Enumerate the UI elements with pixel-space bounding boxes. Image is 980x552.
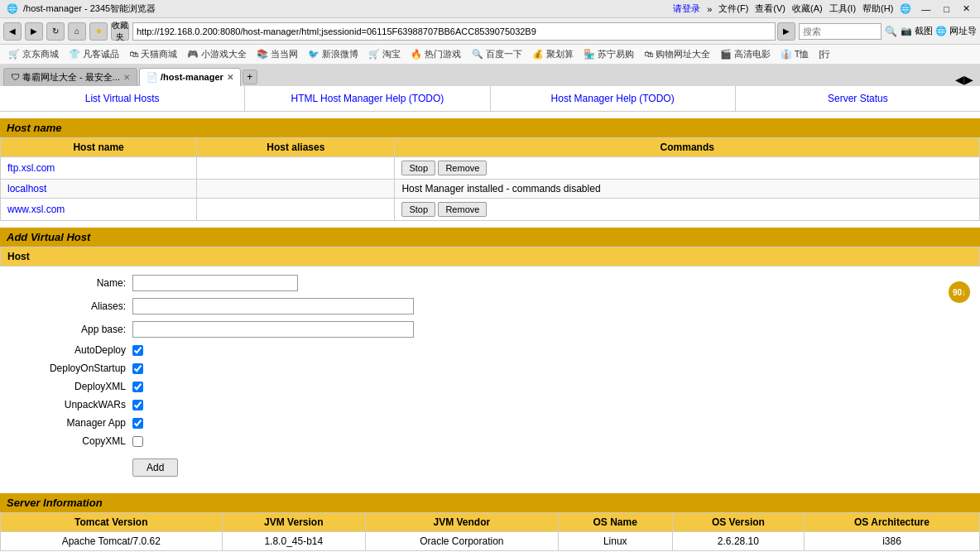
address-bar[interactable]: [132, 22, 776, 41]
titlebar-left: 🌐 /host-manager - 2345智能浏览器: [7, 2, 156, 15]
home-button[interactable]: ⌂: [68, 22, 86, 41]
tabs-bar: 🛡 毒霸网址大全 - 最安全... ✕ 📄 /host-manager ✕ + …: [0, 65, 980, 86]
deployxml-checkbox[interactable]: [132, 382, 143, 392]
os-name-cell: Linux: [558, 532, 672, 551]
list-virtual-hosts-link[interactable]: List Virtual Hosts: [0, 86, 245, 111]
forward-button[interactable]: ▶: [25, 22, 43, 41]
bookmark-jd[interactable]: 🛒 京东商城: [5, 46, 62, 62]
managerapp-checkbox[interactable]: [132, 418, 143, 429]
appbase-label: App base:: [0, 324, 132, 335]
host-manager-help-link[interactable]: Host Manager Help (TODO): [491, 86, 736, 111]
window-title: /host-manager - 2345智能浏览器: [23, 2, 156, 15]
form-row-copyxml: CopyXML: [0, 432, 980, 450]
www-stop-button[interactable]: Stop: [401, 202, 435, 217]
html-host-manager-help-link[interactable]: HTML Host Manager Help (TODO): [245, 86, 490, 111]
refresh-button[interactable]: ↻: [46, 22, 65, 41]
bookmark-tmall[interactable]: 🛍 天猫商城: [126, 46, 180, 62]
add-button-row: Add: [0, 450, 980, 482]
bookmark-jd-t[interactable]: 👔 T恤: [777, 46, 813, 62]
bookmark-games[interactable]: 🎮 小游戏大全: [184, 46, 250, 62]
form-row-deployxml: DeployXML: [0, 377, 980, 396]
top-nav: List Virtual Hosts HTML Host Manager Hel…: [0, 86, 980, 112]
globe-icon: 🌐: [900, 3, 911, 14]
form-row-deployonstartup: DeployOnStartup: [0, 359, 980, 377]
website-icon[interactable]: 🌐 网址导: [935, 25, 977, 37]
deployonstartup-checkbox[interactable]: [132, 363, 143, 374]
host-localhost-commands: Host Manager installed - commands disabl…: [395, 180, 980, 199]
hosts-table: Host name Host aliases Commands ftp.xsl.…: [0, 137, 980, 221]
tomcat-version-cell: Apache Tomcat/7.0.62: [1, 532, 223, 551]
favorites-menu[interactable]: 收藏(A): [792, 2, 823, 15]
favorites-button[interactable]: ★: [89, 22, 108, 41]
www-remove-button[interactable]: Remove: [438, 202, 487, 217]
autodeploy-checkbox[interactable]: [132, 345, 143, 356]
bookmark-more[interactable]: [行: [815, 46, 833, 62]
search-icon[interactable]: 🔍: [885, 26, 897, 37]
col-jvm-vendor: JVM Vendor: [366, 513, 559, 532]
search-input[interactable]: [799, 23, 882, 40]
back-button[interactable]: ◀: [3, 22, 22, 41]
tab-back-icon[interactable]: ◀: [955, 73, 964, 86]
unpackwars-label: UnpackWARs: [0, 399, 132, 410]
host-ftp-link[interactable]: ftp.xsl.com: [7, 162, 55, 174]
tools-menu[interactable]: 工具(I): [829, 2, 856, 15]
maximize-btn[interactable]: □: [940, 4, 953, 14]
minimize-btn[interactable]: —: [918, 4, 934, 14]
tab-antivirus-close[interactable]: ✕: [123, 73, 130, 82]
host-ftp-aliases: [197, 157, 395, 180]
host-www-link[interactable]: www.xsl.com: [7, 204, 65, 215]
form-row-appbase: App base:: [0, 318, 980, 341]
aliases-input[interactable]: [132, 298, 414, 314]
bookmarks-button[interactable]: 收藏夹: [111, 22, 129, 41]
add-host-sub-header: Host: [1, 247, 980, 266]
bookmarks-bar: 🛒 京东商城 👕 凡客诚品 🛍 天猫商城 🎮 小游戏大全 📚 当当网 🐦 新浪微…: [0, 45, 980, 65]
bookmark-hotgames[interactable]: 🔥 热门游戏: [407, 46, 464, 62]
host-www-aliases: [197, 199, 395, 221]
file-menu[interactable]: 文件(F): [718, 2, 748, 15]
bookmark-taobao[interactable]: 🛒 淘宝: [365, 46, 404, 62]
tab-hostmanager[interactable]: 📄 /host-manager ✕: [139, 68, 241, 86]
nav-toolbar: ◀ ▶ ↻ ⌂ ★ 收藏夹 ▶ 🔍 📷 截图 🌐 网址导: [0, 18, 980, 45]
tab-hostmanager-close[interactable]: ✕: [227, 73, 233, 82]
bookmark-suning[interactable]: 🏪 苏宁易购: [580, 46, 637, 62]
col-os-version: OS Version: [672, 513, 804, 532]
add-button[interactable]: Add: [132, 458, 178, 477]
view-menu[interactable]: 查看(V): [755, 2, 785, 15]
unpackwars-checkbox[interactable]: [132, 400, 143, 410]
host-www-commands: Stop Remove: [395, 199, 980, 221]
login-link[interactable]: 请登录: [673, 2, 700, 15]
ftp-remove-button[interactable]: Remove: [438, 161, 487, 175]
col-hostname: Host name: [1, 138, 197, 157]
managerapp-label: Manager App: [0, 417, 132, 429]
browser-icon: 🌐: [7, 3, 18, 14]
bookmark-juhua[interactable]: 💰 聚划算: [529, 46, 577, 62]
bookmark-baidu[interactable]: 🔍 百度一下: [468, 46, 526, 62]
table-row: Apache Tomcat/7.0.62 1.8.0_45-b14 Oracle…: [1, 532, 980, 551]
close-btn[interactable]: ✕: [959, 3, 973, 14]
tab-antivirus[interactable]: 🛡 毒霸网址大全 - 最安全... ✕: [3, 68, 137, 86]
host-localhost-link[interactable]: localhost: [7, 183, 46, 194]
bookmark-movies[interactable]: 🎬 高清电影: [717, 46, 774, 62]
copyxml-checkbox[interactable]: [132, 436, 143, 447]
add-virtual-host-header: Add Virtual Host: [0, 228, 980, 247]
bookmark-vancl[interactable]: 👕 凡客诚品: [65, 46, 122, 62]
scroll-badge: 90↓: [949, 281, 970, 303]
bookmark-weibo[interactable]: 🐦 新浪微博: [305, 46, 362, 62]
col-tomcat: Tomcat Version: [1, 513, 223, 532]
name-input[interactable]: [132, 275, 298, 291]
bookmark-shopping[interactable]: 🛍 购物网址大全: [641, 46, 713, 62]
copyxml-label: CopyXML: [0, 435, 132, 447]
col-os-arch: OS Architecture: [804, 513, 979, 532]
bookmark-dangdang[interactable]: 📚 当当网: [253, 46, 301, 62]
col-aliases: Host aliases: [197, 138, 395, 157]
col-jvm-version: JVM Version: [222, 513, 366, 532]
ftp-stop-button[interactable]: Stop: [401, 161, 435, 175]
new-tab-button[interactable]: +: [243, 70, 257, 84]
screenshot-icon[interactable]: 📷 截图: [901, 25, 933, 37]
address-bar-container: ▶: [132, 22, 795, 41]
server-status-link[interactable]: Server Status: [736, 86, 980, 111]
appbase-input[interactable]: [132, 321, 414, 338]
help-menu[interactable]: 帮助(H): [862, 2, 893, 15]
tab-forward-icon[interactable]: ▶: [964, 73, 973, 86]
go-button[interactable]: ▶: [777, 22, 795, 41]
